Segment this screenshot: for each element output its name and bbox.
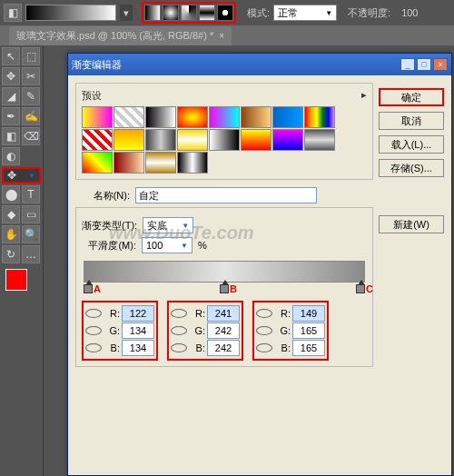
radio-g[interactable]: [256, 326, 272, 335]
cancel-button[interactable]: 取消: [379, 112, 444, 130]
maximize-button[interactable]: □: [417, 58, 431, 71]
percent-label: %: [198, 240, 207, 251]
blend-mode-select[interactable]: 正常: [273, 5, 337, 21]
preset-swatch[interactable]: [241, 106, 271, 128]
preset-swatch[interactable]: [209, 129, 240, 151]
preset-swatch[interactable]: [82, 106, 113, 128]
r-input[interactable]: 241: [207, 305, 240, 322]
preset-swatch[interactable]: [209, 106, 240, 128]
tool-7[interactable]: ✍: [22, 107, 40, 125]
preset-swatch[interactable]: [304, 129, 335, 151]
tool-19[interactable]: …: [22, 245, 40, 263]
b-input[interactable]: 165: [292, 340, 325, 356]
tool-10[interactable]: ◐: [2, 147, 20, 165]
angle-gradient-icon[interactable]: [181, 5, 197, 21]
tool-4[interactable]: ◢: [2, 87, 20, 105]
r-input[interactable]: 149: [292, 305, 325, 322]
radio-g[interactable]: [171, 326, 187, 335]
radio-g[interactable]: [85, 326, 102, 335]
radio-r[interactable]: [171, 309, 187, 318]
tool-3[interactable]: ✂: [22, 67, 40, 85]
dialog-title: 渐变编辑器: [72, 58, 122, 72]
rgb-set-c: R:149G:165B:165: [252, 301, 329, 361]
tool-5[interactable]: ✎: [22, 87, 40, 105]
tool-2[interactable]: ✥: [2, 67, 20, 85]
reflected-gradient-icon[interactable]: [199, 5, 215, 21]
g-input[interactable]: 165: [292, 322, 325, 339]
preset-swatch[interactable]: [114, 152, 144, 174]
radio-b[interactable]: [85, 343, 102, 352]
tool-preset-icon[interactable]: ◧: [4, 4, 22, 22]
opacity-label: 不透明度:: [348, 6, 390, 20]
smooth-label: 平滑度(M):: [82, 239, 136, 253]
radio-r[interactable]: [85, 309, 102, 318]
b-input[interactable]: 134: [122, 340, 154, 356]
ok-button[interactable]: 确定: [379, 88, 444, 106]
close-icon[interactable]: ×: [219, 31, 224, 41]
color-stop-a[interactable]: A: [84, 284, 93, 293]
tool-11[interactable]: ✥: [2, 167, 41, 183]
type-label: 渐变类型(T):: [82, 219, 137, 233]
tool-6[interactable]: ✒: [2, 107, 20, 125]
tool-15[interactable]: ▭: [22, 205, 40, 223]
preset-swatch[interactable]: [114, 129, 144, 151]
gradient-dropdown[interactable]: ▾: [120, 5, 133, 21]
preset-swatch[interactable]: [82, 152, 113, 174]
preset-swatch[interactable]: [82, 129, 113, 151]
preset-swatch[interactable]: [272, 129, 303, 151]
preset-swatch[interactable]: [241, 129, 271, 151]
close-button[interactable]: ×: [433, 58, 448, 71]
foreground-color[interactable]: [5, 269, 27, 291]
tool-13[interactable]: T: [22, 185, 40, 203]
tool-0[interactable]: ↖: [2, 47, 20, 65]
preset-swatch[interactable]: [145, 129, 176, 151]
preset-swatch[interactable]: [177, 129, 208, 151]
mode-label: 模式:: [247, 6, 270, 20]
rgb-set-b: R:241G:242B:242: [167, 301, 243, 361]
b-input[interactable]: 242: [207, 340, 240, 356]
preset-swatch[interactable]: [177, 106, 208, 128]
radial-gradient-icon[interactable]: [163, 5, 179, 21]
name-input[interactable]: 自定: [135, 187, 317, 203]
preset-swatch[interactable]: [114, 106, 144, 128]
gradient-type-select[interactable]: 实底: [143, 217, 193, 233]
load-button[interactable]: 载入(L)...: [379, 135, 444, 154]
smoothness-input[interactable]: 100: [142, 237, 192, 253]
name-label: 名称(N):: [75, 189, 130, 203]
linear-gradient-icon[interactable]: [144, 5, 161, 21]
color-stop-c[interactable]: C: [356, 284, 365, 293]
gradient-preview[interactable]: [25, 5, 116, 21]
document-tab[interactable]: 玻璃文字效果.psd @ 100% (高光, RGB/8#) * ×: [9, 26, 232, 45]
gradient-type-group: [142, 2, 236, 24]
tab-title: 玻璃文字效果.psd @ 100% (高光, RGB/8#) *: [16, 29, 213, 43]
tool-9[interactable]: ⌫: [22, 127, 40, 145]
toolbox: ↖⬚✥✂◢✎✒✍◧⌫◐✥⬤T◆▭✋🔍↻…: [0, 45, 44, 476]
preset-swatch[interactable]: [145, 106, 176, 128]
preset-menu-icon[interactable]: ▸: [361, 89, 367, 103]
g-input[interactable]: 134: [122, 322, 154, 339]
r-input[interactable]: 122: [122, 305, 154, 322]
color-stop-b[interactable]: B: [220, 284, 229, 293]
tool-8[interactable]: ◧: [2, 127, 20, 145]
radio-b[interactable]: [171, 343, 187, 352]
preset-swatch[interactable]: [304, 106, 335, 128]
tool-18[interactable]: ↻: [2, 245, 20, 263]
minimize-button[interactable]: _: [400, 58, 415, 71]
save-button[interactable]: 存储(S)...: [379, 159, 444, 177]
preset-swatch[interactable]: [272, 106, 303, 128]
radio-b[interactable]: [256, 343, 272, 352]
preset-swatch[interactable]: [145, 152, 176, 174]
gradient-editor-dialog: 渐变编辑器 _ □ × 预设 ▸ 名称(N): 自定: [67, 53, 452, 476]
new-button[interactable]: 新建(W): [379, 215, 444, 233]
tool-16[interactable]: ✋: [2, 225, 20, 243]
diamond-gradient-icon[interactable]: [217, 5, 233, 21]
tool-12[interactable]: ⬤: [2, 185, 20, 203]
preset-swatch[interactable]: [177, 152, 208, 174]
tool-1[interactable]: ⬚: [22, 47, 40, 65]
preset-label: 预设: [82, 89, 102, 103]
tool-14[interactable]: ◆: [2, 205, 20, 223]
g-input[interactable]: 242: [207, 322, 240, 339]
radio-r[interactable]: [256, 309, 272, 318]
preset-grid: [82, 106, 336, 174]
tool-17[interactable]: 🔍: [22, 225, 40, 243]
